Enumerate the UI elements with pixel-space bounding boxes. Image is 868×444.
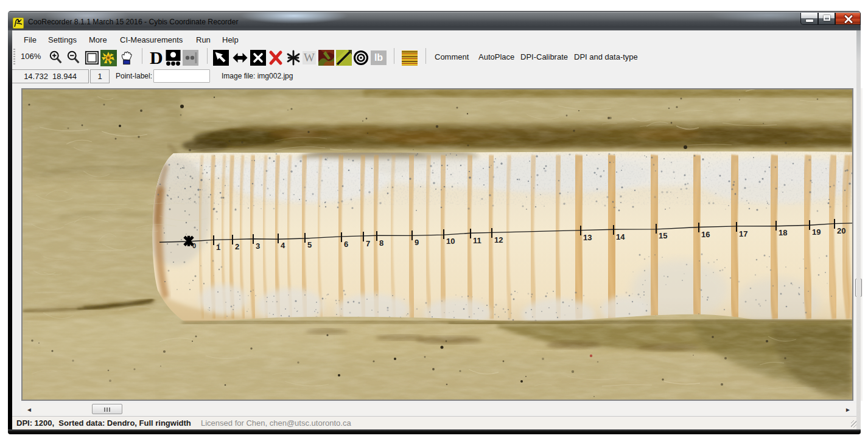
svg-text:15: 15 xyxy=(659,231,667,240)
svg-text:2: 2 xyxy=(235,242,239,251)
svg-text:1: 1 xyxy=(216,243,220,252)
svg-text:19: 19 xyxy=(812,227,821,237)
svg-text:20: 20 xyxy=(837,226,845,235)
svg-text:16: 16 xyxy=(701,230,710,239)
svg-text:7: 7 xyxy=(366,239,370,248)
svg-text:17: 17 xyxy=(739,229,747,238)
svg-text:11: 11 xyxy=(473,236,481,245)
svg-text:6: 6 xyxy=(344,240,348,249)
svg-text:13: 13 xyxy=(583,233,592,242)
svg-text:8: 8 xyxy=(379,238,383,248)
svg-text:14: 14 xyxy=(616,232,625,241)
svg-text:10: 10 xyxy=(446,237,455,246)
svg-text:4: 4 xyxy=(281,241,285,250)
svg-text:12: 12 xyxy=(494,235,503,245)
svg-text:18: 18 xyxy=(779,228,787,237)
svg-text:3: 3 xyxy=(256,241,260,251)
svg-text:5: 5 xyxy=(307,240,312,249)
svg-text:9: 9 xyxy=(415,238,419,247)
